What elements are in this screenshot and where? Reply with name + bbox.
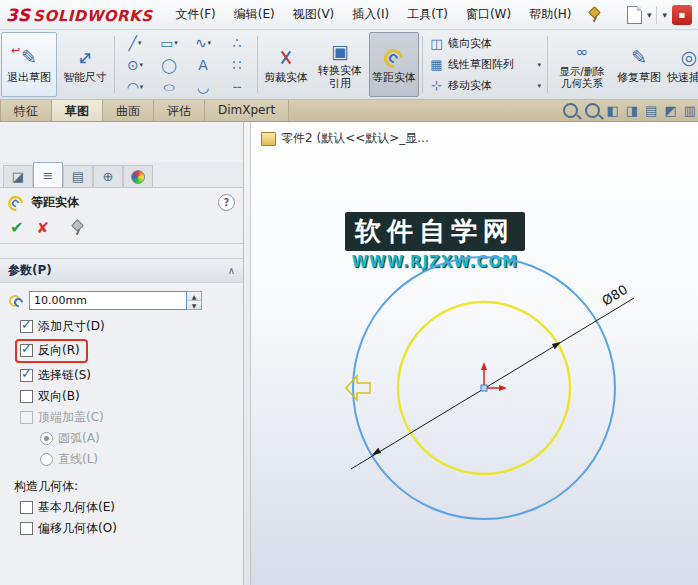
- text-tool-button[interactable]: A: [186, 54, 220, 76]
- resources-icon[interactable]: ▪: [672, 5, 692, 25]
- center-point[interactable]: [481, 385, 487, 391]
- checkbox-box[interactable]: [20, 390, 33, 403]
- chevron-down-icon[interactable]: ▾: [140, 61, 144, 69]
- keep-visible-pin-icon[interactable]: [70, 220, 85, 235]
- tab-sketch[interactable]: 草图: [52, 100, 103, 121]
- radio-circle[interactable]: [40, 432, 53, 445]
- ok-button[interactable]: ✔: [10, 218, 23, 237]
- checkbox-box[interactable]: [20, 369, 33, 382]
- rectangle-tool-button[interactable]: ▭▾: [152, 32, 186, 54]
- checkbox-offset-geometry[interactable]: 偏移几何体(O): [20, 520, 237, 537]
- checkbox-box[interactable]: [20, 501, 33, 514]
- checkbox-add-dimensions[interactable]: 添加尺寸(D): [20, 318, 237, 335]
- checkbox-select-chain[interactable]: 选择链(S): [20, 367, 237, 384]
- convert-entities-button[interactable]: ▣ 转换实体引用: [313, 32, 367, 97]
- menu-insert[interactable]: 插入(I): [343, 1, 398, 28]
- checkbox-box[interactable]: [20, 344, 33, 357]
- chevron-down-icon[interactable]: ▾: [140, 83, 144, 91]
- chevron-down-icon[interactable]: ▾: [537, 61, 541, 69]
- previous-view-icon[interactable]: ◧: [607, 103, 619, 118]
- radio-arcs[interactable]: 圆弧(A): [40, 430, 237, 447]
- sketch-canvas[interactable]: Ø80: [251, 122, 698, 585]
- radio-circle[interactable]: [40, 453, 53, 466]
- polygon-tool-button[interactable]: ◯: [152, 54, 186, 76]
- menubar-quick-actions: ▾ ▾ ▪: [627, 5, 694, 25]
- dimension-line[interactable]: [351, 298, 634, 469]
- centerline-tool-button[interactable]: ╌: [220, 76, 254, 98]
- checkbox-cap-ends[interactable]: 顶端加盖(C): [20, 409, 237, 426]
- linear-pattern-button[interactable]: ▦ 线性草图阵列 ▾: [426, 55, 544, 74]
- trim-entities-button[interactable]: 剪裁实体: [261, 32, 311, 97]
- parameters-group-header[interactable]: 参数(P) ∧: [0, 258, 243, 283]
- fillet-tool-button[interactable]: ◡: [186, 76, 220, 98]
- menu-view[interactable]: 视图(V): [284, 1, 344, 28]
- tab-dimxpert-manager[interactable]: ⊕: [93, 165, 123, 187]
- exit-sketch-button[interactable]: ✎↩ 退出草图: [1, 32, 57, 97]
- quick-snaps-button[interactable]: ◎ 快速捕捉: [665, 32, 698, 97]
- menu-pin-icon[interactable]: [587, 7, 602, 22]
- cancel-button[interactable]: ✘: [36, 219, 49, 237]
- dots-tool-button[interactable]: ∷: [220, 54, 254, 76]
- smart-dimension-button[interactable]: ↔ 智能尺寸: [59, 32, 111, 97]
- checkbox-box[interactable]: [20, 320, 33, 333]
- tab-features[interactable]: 特征: [0, 100, 52, 121]
- chevron-down-icon[interactable]: ▾: [662, 10, 667, 20]
- menu-file[interactable]: 文件(F): [167, 1, 225, 28]
- tab-configuration-manager[interactable]: ▤: [63, 165, 93, 187]
- zoom-fit-icon[interactable]: [563, 103, 578, 118]
- view-orientation-icon[interactable]: ▤: [645, 103, 657, 118]
- help-icon[interactable]: ?: [218, 194, 235, 211]
- offset-direction-arrow-icon[interactable]: [346, 376, 370, 400]
- offset-distance-input[interactable]: 10.00mm: [29, 291, 187, 310]
- distance-spinner[interactable]: ▲▼: [187, 291, 202, 310]
- checkbox-base-geometry[interactable]: 基本几何体(E): [20, 499, 237, 516]
- menu-help[interactable]: 帮助(H): [520, 1, 580, 28]
- mirror-entities-button[interactable]: ◫ 镜向实体: [426, 34, 544, 53]
- checkbox-box[interactable]: [20, 522, 33, 535]
- checkbox-label: 偏移几何体(O): [38, 520, 117, 537]
- display-delete-relations-button[interactable]: ∞ 显示/删除几何关系: [551, 32, 613, 97]
- hide-show-items-icon[interactable]: ▥: [684, 103, 696, 118]
- panel-splitter[interactable]: [244, 122, 251, 585]
- line-tool-button[interactable]: ╱▾: [118, 32, 152, 54]
- circle-tool-button[interactable]: ⊙▾: [118, 54, 152, 76]
- divider: [114, 36, 115, 93]
- spline-tool-button[interactable]: ∿▾: [186, 32, 220, 54]
- circle-icon: ⊙: [127, 57, 139, 73]
- section-view-icon[interactable]: ◨: [626, 103, 638, 118]
- ellipse-tool-button[interactable]: ○: [152, 76, 186, 98]
- repair-sketch-button[interactable]: ✎ 修复草图: [615, 32, 663, 97]
- chevron-down-icon[interactable]: ▾: [208, 39, 212, 47]
- chevron-down-icon[interactable]: ▾: [647, 10, 652, 20]
- chevron-down-icon[interactable]: ▾: [174, 39, 178, 47]
- menu-tools[interactable]: 工具(T): [398, 1, 457, 28]
- chevron-down-icon[interactable]: ▾: [138, 39, 142, 47]
- tab-display-manager[interactable]: [123, 165, 153, 187]
- diameter-dimension-text[interactable]: Ø80: [599, 282, 630, 309]
- checkbox-reverse[interactable]: 反向(R): [15, 339, 237, 363]
- new-document-icon[interactable]: [627, 6, 642, 24]
- menu-edit[interactable]: 编辑(E): [225, 1, 284, 28]
- pattern-tools-group: ◫ 镜向实体 ▦ 线性草图阵列 ▾ ⊹ 移动实体 ▾: [426, 32, 544, 97]
- menu-window[interactable]: 窗口(W): [457, 1, 520, 28]
- tab-surfaces[interactable]: 曲面: [103, 100, 154, 121]
- tab-feature-manager[interactable]: ◪: [3, 165, 33, 187]
- spinner-down-icon[interactable]: ▼: [187, 301, 201, 309]
- tab-dimxpert[interactable]: DimXpert: [205, 100, 289, 121]
- offset-entities-button[interactable]: 等距实体: [369, 32, 419, 97]
- tab-evaluate[interactable]: 评估: [154, 100, 205, 121]
- point-tool-button[interactable]: ∴: [220, 32, 254, 54]
- display-style-icon[interactable]: ◩: [664, 103, 676, 118]
- panel-gap: [0, 244, 243, 258]
- spinner-up-icon[interactable]: ▲: [187, 292, 201, 301]
- checkbox-bidirectional[interactable]: 双向(B): [20, 388, 237, 405]
- zoom-area-icon[interactable]: [585, 103, 600, 118]
- graphics-area[interactable]: 零件2 (默认<<默认>_显... 软件自学网 WWW.RJZXW.COM Ø8…: [251, 122, 698, 585]
- checkbox-box[interactable]: [20, 411, 33, 424]
- chevron-down-icon[interactable]: ▾: [537, 82, 541, 90]
- move-entities-button[interactable]: ⊹ 移动实体 ▾: [426, 76, 544, 95]
- collapse-chevron-icon[interactable]: ∧: [228, 265, 235, 276]
- arc-tool-button[interactable]: ◠▾: [118, 76, 152, 98]
- tab-property-manager[interactable]: ≡: [33, 162, 63, 187]
- radio-lines[interactable]: 直线(L): [40, 451, 237, 468]
